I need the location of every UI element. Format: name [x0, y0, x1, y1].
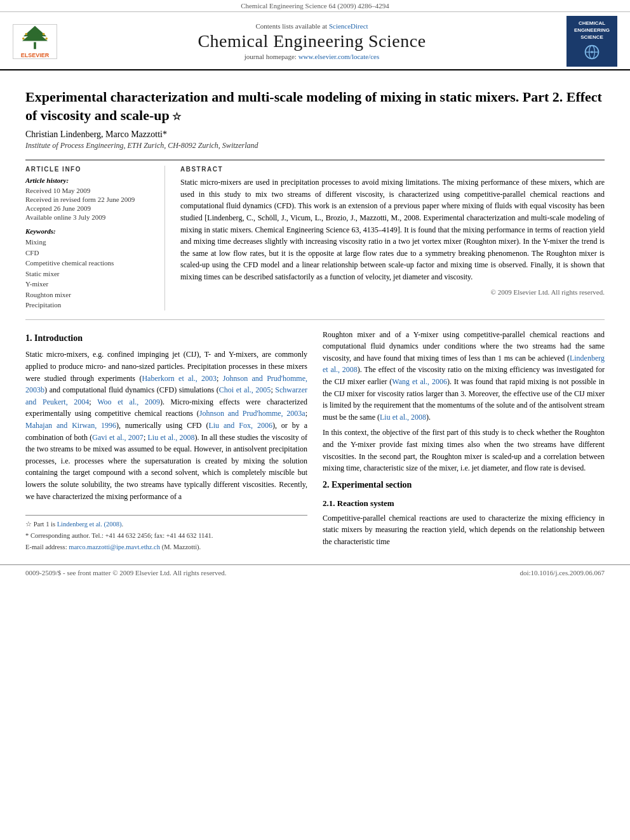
- elsevier-logo: ELSEVIER: [13, 24, 57, 59]
- footnote-ref1[interactable]: Lindenberg et al. (2008): [57, 521, 122, 528]
- affiliation: Institute of Process Engineering, ETH Zu…: [25, 141, 605, 150]
- footnote-1: ☆ Part 1 is Lindenberg et al. (2008).: [25, 519, 307, 530]
- ref-lindenberg2008[interactable]: Lindenberg et al., 2008: [323, 354, 605, 375]
- svg-rect-1: [34, 42, 36, 49]
- footnote-area: ☆ Part 1 is Lindenberg et al. (2008). * …: [25, 515, 307, 552]
- section2-1-para: Competitive-parallel chemical reactions …: [323, 512, 605, 548]
- contents-line: Contents lists available at ScienceDirec…: [57, 22, 566, 30]
- keyword-cfd: CFD: [25, 248, 152, 258]
- article-info-column: ARTICLE INFO Article history: Received 1…: [25, 166, 165, 310]
- keyword-mixing: Mixing: [25, 237, 152, 248]
- email-link[interactable]: marco.mazzotti@ipe.mavt.ethz.ch: [69, 543, 160, 550]
- top-info-bar: Chemical Engineering Science 64 (2009) 4…: [0, 0, 630, 12]
- bottom-right: doi:10.1016/j.ces.2009.06.067: [519, 569, 605, 577]
- svg-point-5: [43, 32, 45, 35]
- svg-point-4: [25, 32, 28, 35]
- article-info-abstract: ARTICLE INFO Article history: Received 1…: [25, 159, 605, 310]
- abstract-text: Static micro-mixers are used in precipit…: [180, 177, 605, 283]
- content-divider: [25, 319, 605, 320]
- svg-point-7: [45, 37, 48, 40]
- sciencedirect-link[interactable]: ScienceDirect: [329, 22, 368, 30]
- section2-title: 2. Experimental section: [323, 478, 605, 492]
- article-info-heading: ARTICLE INFO: [25, 166, 152, 173]
- ref-haberkorn[interactable]: Haberkorn et al., 2003: [142, 374, 217, 383]
- ref-mahajan[interactable]: Mahajan and Kirwan, 1996: [25, 421, 116, 430]
- svg-point-6: [22, 37, 25, 40]
- footnote-star: ☆: [170, 111, 181, 122]
- ref-johnson2003a[interactable]: Johnson and Prud'homme, 2003a: [199, 409, 305, 418]
- ref-liu2008b[interactable]: Liu et al., 2008: [380, 413, 426, 422]
- keyword-static-mixer: Static mixer: [25, 269, 152, 279]
- svg-point-11: [591, 51, 593, 53]
- ref-woo[interactable]: Woo et al., 2009: [97, 397, 160, 406]
- section2-1-title: 2.1. Reaction system: [323, 497, 605, 510]
- section1-para1: Static micro-mixers, e.g. confined impin…: [25, 349, 307, 502]
- body-right-column: Roughton mixer and of a Y-mixer using co…: [323, 329, 605, 554]
- keyword-competitive: Competitive chemical reactions: [25, 258, 152, 269]
- journal-homepage: journal homepage: www.elsevier.com/locat…: [57, 53, 566, 60]
- journal-title: Chemical Engineering Science: [57, 31, 566, 51]
- body-left-column: 1. Introduction Static micro-mixers, e.g…: [25, 329, 307, 554]
- homepage-link[interactable]: www.elsevier.com/locate/ces: [298, 53, 380, 60]
- main-content: Experimental characterization and multi-…: [0, 70, 630, 564]
- accepted-date: Accepted 26 June 2009: [25, 204, 152, 212]
- bottom-bar: 0009-2509/$ - see front matter © 2009 El…: [0, 564, 630, 580]
- received-date: Received 10 May 2009: [25, 187, 152, 194]
- ref-liu2008[interactable]: Liu et al., 2008: [148, 433, 195, 442]
- keyword-y-mixer: Y-mixer: [25, 279, 152, 290]
- article-history-label: Article history:: [25, 177, 152, 184]
- ref-choi[interactable]: Choi et al., 2005: [219, 385, 271, 394]
- abstract-heading: ABSTRACT: [180, 166, 605, 173]
- ref-liu2006[interactable]: Liu and Fox, 2006: [208, 421, 272, 430]
- page-wrapper: Chemical Engineering Science 64 (2009) 4…: [0, 0, 630, 580]
- copyright: © 2009 Elsevier Ltd. All rights reserved…: [180, 288, 605, 296]
- bottom-left: 0009-2509/$ - see front matter © 2009 El…: [25, 569, 227, 577]
- section1-title: 1. Introduction: [25, 331, 307, 345]
- abstract-column: ABSTRACT Static micro-mixers are used in…: [165, 166, 605, 310]
- footnote-3: E-mail address: marco.mazzotti@ipe.mavt.…: [25, 542, 307, 552]
- journal-citation: Chemical Engineering Science 64 (2009) 4…: [241, 2, 389, 10]
- section1-right-para1: Roughton mixer and of a Y-mixer using co…: [323, 329, 605, 423]
- available-date: Available online 3 July 2009: [25, 213, 152, 221]
- journal-header: ELSEVIER Contents lists available at Sci…: [0, 12, 630, 70]
- ref-wang2006[interactable]: Wang et al., 2006: [392, 377, 447, 386]
- keyword-roughton: Roughton mixer: [25, 290, 152, 300]
- section1-right-para2: In this context, the objective of the fi…: [323, 427, 605, 474]
- journal-badge: CHEMICALENGINEERINGSCIENCE: [566, 16, 617, 67]
- keywords-label: Keywords:: [25, 227, 152, 235]
- keyword-precipitation: Precipitation: [25, 300, 152, 310]
- article-title: Experimental characterization and multi-…: [25, 88, 605, 124]
- body-content: 1. Introduction Static micro-mixers, e.g…: [25, 329, 605, 554]
- journal-header-center: Contents lists available at ScienceDirec…: [57, 22, 566, 60]
- received-revised-date: Received in revised form 22 June 2009: [25, 196, 152, 203]
- footnote-2: * Corresponding author. Tel.: +41 44 632…: [25, 531, 307, 541]
- ref-gavi[interactable]: Gavi et al., 2007: [92, 433, 144, 442]
- authors: Christian Lindenberg, Marco Mazzotti*: [25, 130, 605, 140]
